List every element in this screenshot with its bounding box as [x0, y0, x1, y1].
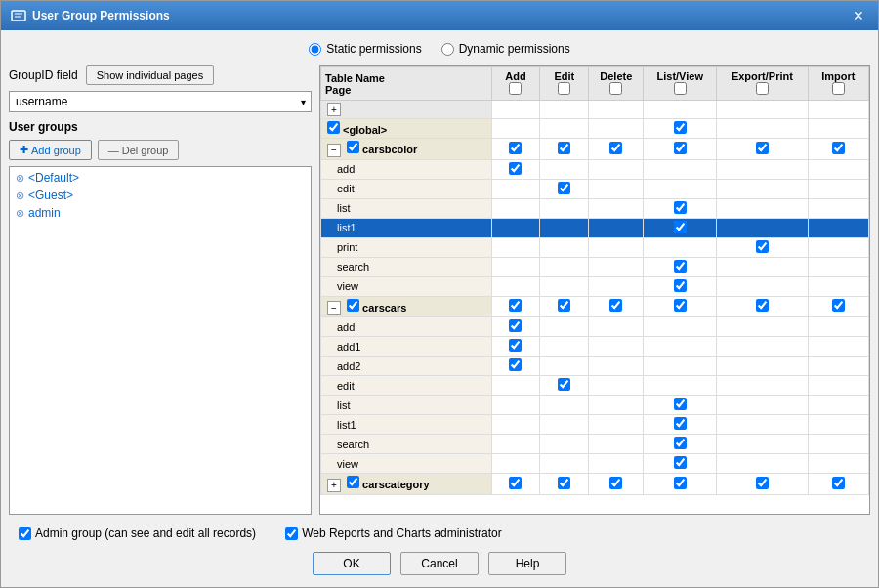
global-edit: [540, 119, 589, 139]
carsbcolor-search-listview: [644, 257, 717, 276]
header-delete-checkbox[interactable]: [609, 82, 622, 95]
col-header-exportprint: Export/Print: [717, 67, 809, 101]
carsbcolor-delete-checkbox[interactable]: [609, 142, 622, 154]
admin-group-label: Admin group (can see and edit all record…: [35, 526, 256, 540]
svg-rect-0: [12, 11, 25, 21]
close-button[interactable]: ✕: [849, 6, 868, 25]
carsbcolor-edit-checkbox[interactable]: [558, 142, 570, 154]
page-row-carscars-add1: add1: [321, 337, 869, 357]
group-icon: ⊗: [16, 172, 24, 185]
groups-list: ⊗ <Default> ⊗ <Guest> ⊗ admin: [9, 166, 312, 515]
add-row-cell: +: [321, 101, 492, 119]
table-name-carsbcolor: − carsbcolor: [321, 139, 492, 160]
help-button[interactable]: Help: [488, 552, 566, 575]
group-item-guest[interactable]: ⊗ <Guest>: [12, 187, 309, 204]
page-row-carsbcolor-search: search: [321, 257, 869, 276]
add-row-listview: [644, 101, 717, 119]
table-row-carscategory: + carscategory: [321, 474, 869, 495]
admin-group-checkbox[interactable]: [19, 527, 31, 540]
carsbcolor-import-checkbox[interactable]: [832, 142, 845, 154]
title-bar: User Group Permissions ✕: [1, 1, 878, 30]
group-item-admin[interactable]: ⊗ admin: [12, 204, 309, 222]
table-row-global: <global>: [321, 119, 869, 139]
col-header-edit: Edit: [540, 67, 589, 101]
page-row-carscars-view: view: [321, 454, 869, 474]
add-group-button[interactable]: ✚ Add group: [9, 140, 92, 160]
group-name-default: <Default>: [28, 171, 79, 185]
page-name-carsbcolor-list: list: [321, 198, 492, 218]
dynamic-permissions-option[interactable]: Dynamic permissions: [441, 42, 570, 56]
add-row-add: [491, 101, 540, 119]
page-name-carsbcolor-edit: edit: [321, 179, 492, 198]
add-table-button[interactable]: +: [327, 103, 341, 116]
header-add-checkbox[interactable]: [509, 82, 522, 95]
show-individual-pages-button[interactable]: Show individual pages: [86, 65, 214, 85]
global-main-checkbox[interactable]: [327, 121, 340, 134]
global-add: [491, 119, 540, 139]
header-exportprint-checkbox[interactable]: [756, 82, 769, 95]
table-name-carscars: − carscars: [321, 296, 492, 317]
checkboxes-row: Admin group (can see and edit all record…: [9, 526, 870, 540]
page-row-carsbcolor-list1[interactable]: list1: [321, 218, 869, 237]
table-name-global: <global>: [321, 119, 492, 139]
permissions-radio-row: Static permissions Dynamic permissions: [9, 38, 870, 60]
admin-group-check-label[interactable]: Admin group (can see and edit all record…: [19, 526, 256, 540]
header-edit-checkbox[interactable]: [558, 82, 570, 95]
page-name-carsbcolor-list1: list1: [321, 218, 492, 237]
global-listview-checkbox[interactable]: [674, 121, 687, 134]
static-radio[interactable]: [309, 43, 321, 56]
carsbcolor-list1-listview: [644, 218, 717, 237]
static-permissions-option[interactable]: Static permissions: [309, 42, 421, 56]
ok-button[interactable]: OK: [313, 552, 391, 575]
header-import-checkbox[interactable]: [832, 82, 845, 95]
page-row-carscars-add: add: [321, 317, 869, 337]
del-group-button[interactable]: — Del group: [98, 140, 180, 160]
dynamic-permissions-label: Dynamic permissions: [459, 42, 570, 56]
table-row-carsbcolor: − carsbcolor: [321, 139, 869, 160]
group-name-admin: admin: [28, 206, 61, 220]
groupid-row: GroupID field Show individual pages: [9, 65, 312, 85]
carscars-main-checkbox[interactable]: [347, 299, 359, 312]
main-window: User Group Permissions ✕ Static permissi…: [0, 0, 879, 588]
bottom-bar: Admin group (can see and edit all record…: [9, 521, 870, 579]
carsbcolor-exportprint-checkbox[interactable]: [756, 142, 769, 154]
page-row-carscars-add2: add2: [321, 357, 869, 376]
page-name-carsbcolor-add: add: [321, 159, 492, 179]
table-container[interactable]: Table NamePage Add Edit Delete List/View…: [320, 66, 869, 514]
carsbcolor-add: [491, 139, 540, 160]
page-row-carscars-list1: list1: [321, 415, 869, 435]
header-listview-checkbox[interactable]: [674, 82, 687, 95]
groupid-dropdown[interactable]: username: [9, 91, 312, 112]
add-row-delete: [589, 101, 644, 119]
carsbcolor-delete: [589, 139, 644, 160]
add-row: +: [321, 101, 869, 119]
carsbcolor-expand-btn[interactable]: −: [327, 144, 341, 157]
add-row-import: [808, 101, 868, 119]
carscategory-expand-btn[interactable]: +: [327, 479, 341, 492]
webreports-checkbox[interactable]: [285, 527, 298, 540]
dynamic-radio[interactable]: [441, 43, 454, 56]
buttons-row: OK Cancel Help: [9, 546, 870, 579]
minus-icon: —: [108, 145, 119, 156]
carsbcolor-import: [808, 139, 868, 160]
carsbcolor-add-page-add: [491, 159, 540, 179]
static-permissions-label: Static permissions: [326, 42, 421, 56]
groupid-label: GroupID field: [9, 68, 78, 82]
table-row-carscars: − carscars: [321, 296, 869, 317]
user-groups-label: User groups: [9, 120, 312, 134]
webreports-check-label[interactable]: Web Reports and Charts administrator: [285, 526, 502, 540]
carscategory-main-checkbox[interactable]: [347, 476, 359, 488]
group-item-default[interactable]: ⊗ <Default>: [12, 169, 309, 187]
carsbcolor-edit-page-edit: [540, 179, 589, 198]
table-header-row: Table NamePage Add Edit Delete List/View…: [321, 67, 869, 101]
global-exportprint: [717, 119, 809, 139]
global-listview: [644, 119, 717, 139]
carsbcolor-listview-checkbox[interactable]: [674, 142, 687, 154]
plus-icon: ✚: [20, 144, 28, 156]
carsbcolor-add-checkbox[interactable]: [509, 142, 522, 154]
cancel-button[interactable]: Cancel: [400, 552, 479, 575]
carscars-expand-btn[interactable]: −: [327, 301, 341, 315]
carsbcolor-main-checkbox[interactable]: [347, 141, 359, 153]
global-delete: [589, 119, 644, 139]
content-area: Static permissions Dynamic permissions G…: [1, 30, 878, 587]
